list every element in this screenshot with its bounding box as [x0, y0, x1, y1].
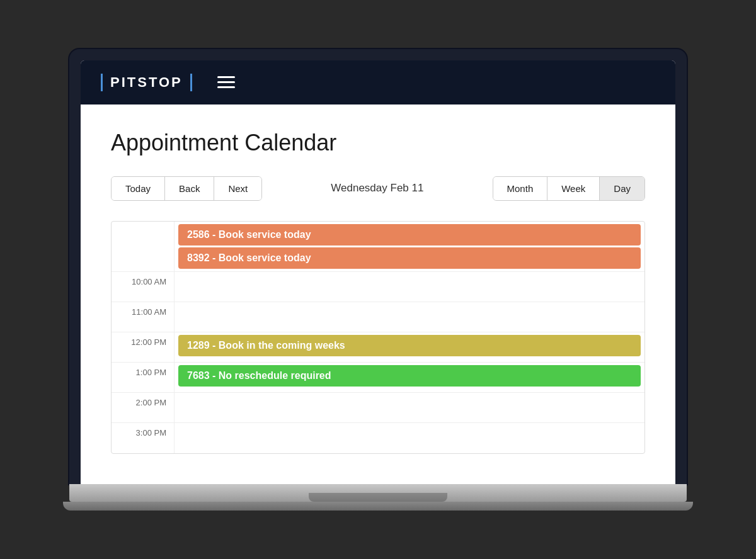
time-content-10am	[175, 272, 644, 302]
logo: PITSTOP	[101, 74, 192, 91]
time-label-3pm: 3:00 PM	[112, 423, 175, 453]
page-title: Appointment Calendar	[111, 130, 645, 156]
laptop-bottom	[63, 502, 693, 511]
navigation-buttons: Today Back Next	[111, 176, 262, 201]
main-content: Appointment Calendar Today Back Next Wed…	[81, 104, 675, 484]
time-slot-2pm: 2:00 PM	[112, 393, 644, 423]
time-label-1pm: 1:00 PM	[112, 363, 175, 392]
laptop-wrapper: PITSTOP Appointment Calendar Today Back	[69, 49, 687, 511]
logo-text: PITSTOP	[110, 74, 183, 91]
time-slot-12pm: 12:00 PM 1289 - Book in the coming weeks	[112, 332, 644, 363]
month-view-button[interactable]: Month	[493, 177, 548, 200]
event-2586[interactable]: 2586 - Book service today	[178, 224, 641, 246]
time-label-12pm: 12:00 PM	[112, 332, 175, 362]
time-label-2pm: 2:00 PM	[112, 393, 175, 422]
time-content-2pm	[175, 393, 644, 422]
laptop-hinge	[309, 493, 447, 502]
navbar: PITSTOP	[81, 60, 675, 104]
time-content-12pm: 1289 - Book in the coming weeks	[175, 332, 644, 362]
hamburger-line-3	[217, 86, 235, 88]
hamburger-line-1	[217, 76, 235, 78]
time-content-3pm	[175, 423, 644, 453]
screen: PITSTOP Appointment Calendar Today Back	[81, 60, 675, 484]
laptop-bezel: PITSTOP Appointment Calendar Today Back	[69, 49, 687, 484]
current-date-label: Wednesday Feb 11	[262, 182, 492, 195]
time-content-1pm: 7683 - No reschedule required	[175, 363, 644, 392]
event-8392[interactable]: 8392 - Book service today	[178, 247, 641, 269]
back-button[interactable]: Back	[165, 177, 214, 200]
logo-bar-left	[101, 74, 103, 91]
event-7683[interactable]: 7683 - No reschedule required	[178, 365, 641, 387]
logo-bar-right	[190, 74, 192, 91]
event-1289[interactable]: 1289 - Book in the coming weeks	[178, 335, 641, 356]
time-label-11am: 11:00 AM	[112, 302, 175, 332]
day-view-button[interactable]: Day	[600, 177, 644, 200]
time-label-allday	[112, 222, 175, 271]
time-content-11am	[175, 302, 644, 332]
time-slot-allday: 2586 - Book service today 8392 - Book se…	[112, 222, 644, 272]
week-view-button[interactable]: Week	[547, 177, 600, 200]
time-slot-1pm: 1:00 PM 7683 - No reschedule required	[112, 363, 644, 393]
laptop-base	[69, 484, 687, 502]
time-label-10am: 10:00 AM	[112, 272, 175, 302]
time-content-allday: 2586 - Book service today 8392 - Book se…	[175, 222, 644, 271]
hamburger-line-2	[217, 81, 235, 83]
calendar-toolbar: Today Back Next Wednesday Feb 11 Month W…	[111, 176, 645, 201]
view-buttons: Month Week Day	[493, 176, 645, 201]
today-button[interactable]: Today	[112, 177, 165, 200]
time-slot-10am: 10:00 AM	[112, 272, 644, 302]
hamburger-menu-button[interactable]	[217, 76, 235, 88]
calendar-grid: 2586 - Book service today 8392 - Book se…	[111, 221, 645, 454]
time-slot-11am: 11:00 AM	[112, 302, 644, 332]
time-slot-3pm: 3:00 PM	[112, 423, 644, 453]
next-button[interactable]: Next	[214, 177, 261, 200]
